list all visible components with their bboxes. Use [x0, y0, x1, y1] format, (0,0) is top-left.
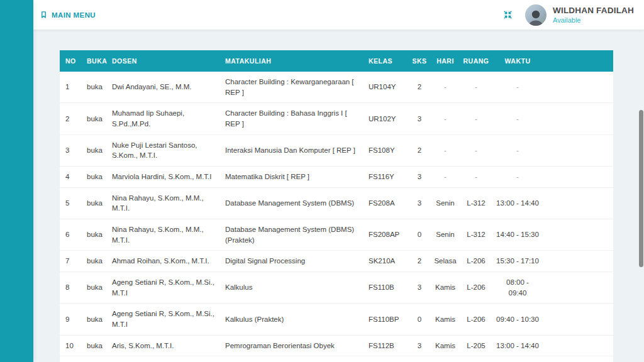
- column-header-hari: HARI: [431, 50, 460, 72]
- cell-kelas: FS208A: [363, 187, 408, 219]
- cell-kelas: UR102Y: [363, 103, 408, 134]
- cell-hari: Selasa: [431, 251, 460, 272]
- user-chip[interactable]: WILDHAN FADILAH Available: [525, 4, 634, 26]
- cell-sks: 3: [408, 335, 431, 356]
- cell-dosen: Ahmad Roihan, S.Kom., M.T.I.: [106, 251, 219, 272]
- cell-kelas: FS116Y: [363, 167, 408, 188]
- user-status: Available: [553, 16, 634, 24]
- cell-hari: -: [431, 134, 460, 166]
- cell-dosen: Ageng Setiani R, S.Kom., M.Si., M.T.I: [106, 272, 219, 304]
- cell-waktu: 09:40 - 10:30: [492, 304, 543, 335]
- cell-filler: [543, 187, 613, 219]
- column-header-waktu: WAKTU: [492, 50, 543, 72]
- avatar-image: [525, 6, 547, 26]
- cell-filler: [543, 167, 613, 188]
- cell-filler: [543, 219, 613, 251]
- main-menu-label: MAIN MENU: [52, 11, 96, 19]
- schedule-card: NOBUKADOSENMATAKULIAHKELASSKSHARIRUANGWA…: [60, 50, 613, 362]
- vertical-scrollbar-thumb[interactable]: [639, 110, 643, 267]
- cell-kelas: SK210A: [363, 251, 408, 272]
- cell-matakuliah: Pemrograman Berorientasi Obyek: [219, 335, 363, 356]
- cell-ruang: L-312: [460, 187, 492, 219]
- cell-buka: buka: [81, 72, 106, 103]
- cell-matakuliah: Character Building : Bahasa Inggris I [ …: [219, 103, 363, 134]
- cell-ruang: L-206: [460, 304, 492, 335]
- main-menu-button[interactable]: MAIN MENU: [40, 10, 96, 19]
- column-header-filler: [543, 50, 613, 72]
- cell-matakuliah: Digital Signal Processing: [219, 251, 363, 272]
- bookmark-icon: [40, 10, 48, 19]
- cell-matakuliah: Matematika Diskrit [ REP ]: [219, 167, 363, 188]
- avatar[interactable]: [525, 4, 547, 26]
- cell-filler: [543, 304, 613, 335]
- cell-kelas: FS110B: [363, 272, 408, 304]
- cell-hari: -: [431, 72, 460, 103]
- cell-no: 11: [60, 356, 81, 362]
- cell-waktu: 15:30 - 17:10: [492, 251, 543, 272]
- cell-kelas: UR104Y: [363, 72, 408, 103]
- table-row: 1bukaDwi Andayani, SE., M.M.Character Bu…: [60, 72, 613, 103]
- cell-ruang: L-206: [460, 251, 492, 272]
- cell-buka: buka: [81, 356, 106, 362]
- cell-sks: 0: [408, 304, 431, 335]
- table-row: 3bukaNuke Puji Lestari Santoso, S.Kom., …: [60, 134, 613, 166]
- cell-no: 1: [60, 72, 81, 103]
- table-row: 7bukaAhmad Roihan, S.Kom., M.T.I.Digital…: [60, 251, 613, 272]
- cell-kelas: FS208AP: [363, 219, 408, 251]
- table-row: 8bukaAgeng Setiani R, S.Kom., M.Si., M.T…: [60, 272, 613, 304]
- cell-matakuliah: Kalkulus: [219, 272, 363, 304]
- cell-waktu: 14:40 - 15:30: [492, 356, 543, 362]
- cell-hari: Senin: [431, 219, 460, 251]
- column-header-ruang: RUANG: [460, 50, 492, 72]
- cell-buka: buka: [81, 187, 106, 219]
- table-row: 11bukaAris, S.Kom., M.T.I.Pemrograman Be…: [60, 356, 613, 362]
- cell-no: 2: [60, 103, 81, 134]
- cell-no: 10: [60, 335, 81, 356]
- cell-waktu: 13:00 - 14:40: [492, 187, 543, 219]
- column-header-dosen: DOSEN: [106, 50, 219, 72]
- cell-matakuliah: Interaksi Manusia Dan Komputer [ REP ]: [219, 134, 363, 166]
- topbar: MAIN MENU WILDHAN FADILAH Available: [33, 0, 644, 30]
- cell-no: 4: [60, 167, 81, 188]
- table-row: 2bukaMuhamad Iip Suhaepi, S.Pd.,M.Pd.Cha…: [60, 103, 613, 134]
- compress-arrows-icon[interactable]: [501, 8, 515, 22]
- cell-buka: buka: [81, 251, 106, 272]
- cell-matakuliah: Character Building : Kewarganegaraan [ R…: [219, 72, 363, 103]
- topbar-right: WILDHAN FADILAH Available: [501, 4, 634, 26]
- cell-buka: buka: [81, 219, 106, 251]
- table-row: 6bukaNina Rahayu, S.Kom., M.M., M.T.I.Da…: [60, 219, 613, 251]
- collapsed-sidebar: [0, 0, 33, 362]
- column-header-matakuliah: MATAKULIAH: [219, 50, 363, 72]
- cell-ruang: M-106: [460, 356, 492, 362]
- cell-hari: Senin: [431, 187, 460, 219]
- cell-buka: buka: [81, 103, 106, 134]
- cell-no: 6: [60, 219, 81, 251]
- cell-matakuliah: Kalkulus (Praktek): [219, 304, 363, 335]
- cell-no: 9: [60, 304, 81, 335]
- cell-hari: Kamis: [431, 272, 460, 304]
- cell-no: 8: [60, 272, 81, 304]
- cell-buka: buka: [81, 272, 106, 304]
- cell-sks: 3: [408, 167, 431, 188]
- cell-waktu: -: [492, 134, 543, 166]
- cell-ruang: L-312: [460, 219, 492, 251]
- cell-dosen: Nuke Puji Lestari Santoso, S.Kom., M.T.I…: [106, 134, 219, 166]
- table-header-row: NOBUKADOSENMATAKULIAHKELASSKSHARIRUANGWA…: [60, 50, 613, 72]
- cell-dosen: Aris, S.Kom., M.T.I.: [106, 356, 219, 362]
- cell-hari: -: [431, 167, 460, 188]
- cell-kelas: FS110BP: [363, 304, 408, 335]
- cell-waktu: -: [492, 167, 543, 188]
- column-header-buka: BUKA: [81, 50, 106, 72]
- cell-filler: [543, 72, 613, 103]
- cell-filler: [543, 103, 613, 134]
- cell-filler: [543, 356, 613, 362]
- cell-waktu: 08:00 - 09:40: [492, 272, 543, 304]
- cell-hari: Kamis: [431, 356, 460, 362]
- table-row: 4bukaMarviola Hardini, S.Kom., M.T.IMate…: [60, 167, 613, 188]
- cell-sks: 0: [408, 219, 431, 251]
- cell-ruang: L-205: [460, 335, 492, 356]
- cell-dosen: Dwi Andayani, SE., M.M.: [106, 72, 219, 103]
- cell-filler: [543, 272, 613, 304]
- column-header-kelas: KELAS: [363, 50, 408, 72]
- cell-matakuliah: Pemrograman Berorientasi Obyek (Praktek): [219, 356, 363, 362]
